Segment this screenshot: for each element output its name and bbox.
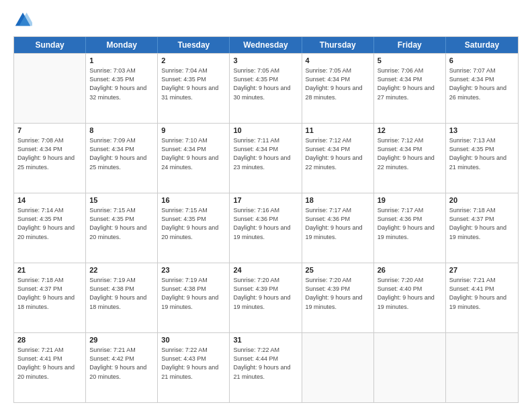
calendar-cell: 17Sunrise: 7:16 AMSunset: 4:36 PMDayligh… (230, 193, 302, 263)
day-number: 1 (89, 56, 154, 66)
cell-info: Sunrise: 7:20 AMSunset: 4:39 PMDaylight:… (233, 276, 298, 311)
cell-info: Sunrise: 7:12 AMSunset: 4:34 PMDaylight:… (306, 136, 370, 171)
cell-info: Sunrise: 7:20 AMSunset: 4:39 PMDaylight:… (306, 276, 370, 311)
cell-info: Sunrise: 7:12 AMSunset: 4:34 PMDaylight:… (378, 136, 442, 171)
calendar-cell: 23Sunrise: 7:19 AMSunset: 4:38 PMDayligh… (158, 263, 230, 332)
cell-info: Sunrise: 7:17 AMSunset: 4:36 PMDaylight:… (378, 206, 442, 241)
day-number: 2 (161, 56, 226, 66)
day-header-friday: Friday (374, 37, 446, 53)
calendar-cell: 25Sunrise: 7:20 AMSunset: 4:39 PMDayligh… (302, 263, 374, 332)
cell-info: Sunrise: 7:18 AMSunset: 4:37 PMDaylight:… (17, 276, 82, 311)
cell-info: Sunrise: 7:14 AMSunset: 4:35 PMDaylight:… (17, 206, 82, 241)
day-number: 17 (233, 195, 298, 205)
cell-info: Sunrise: 7:21 AMSunset: 4:41 PMDaylight:… (449, 276, 515, 311)
day-number: 31 (233, 335, 298, 345)
day-number: 25 (306, 265, 370, 275)
day-number: 12 (378, 126, 442, 136)
cell-info: Sunrise: 7:11 AMSunset: 4:34 PMDaylight:… (233, 136, 298, 171)
calendar-week-5: 28Sunrise: 7:21 AMSunset: 4:41 PMDayligh… (14, 332, 518, 402)
day-number: 21 (17, 265, 82, 275)
cell-info: Sunrise: 7:22 AMSunset: 4:43 PMDaylight:… (161, 346, 226, 381)
calendar-cell: 6Sunrise: 7:07 AMSunset: 4:34 PMDaylight… (446, 54, 518, 123)
calendar-cell: 11Sunrise: 7:12 AMSunset: 4:34 PMDayligh… (302, 124, 374, 193)
calendar-cell: 3Sunrise: 7:05 AMSunset: 4:35 PMDaylight… (230, 54, 302, 123)
cell-info: Sunrise: 7:21 AMSunset: 4:42 PMDaylight:… (89, 346, 154, 381)
calendar-cell: 14Sunrise: 7:14 AMSunset: 4:35 PMDayligh… (14, 193, 86, 263)
day-header-wednesday: Wednesday (230, 37, 302, 53)
calendar-cell: 27Sunrise: 7:21 AMSunset: 4:41 PMDayligh… (446, 263, 518, 332)
day-header-sunday: Sunday (14, 37, 86, 53)
day-number: 15 (89, 195, 154, 205)
cell-info: Sunrise: 7:07 AMSunset: 4:34 PMDaylight:… (449, 66, 515, 101)
calendar-cell: 22Sunrise: 7:19 AMSunset: 4:38 PMDayligh… (86, 263, 158, 332)
calendar-cell: 9Sunrise: 7:10 AMSunset: 4:34 PMDaylight… (158, 124, 230, 193)
day-number: 26 (378, 265, 442, 275)
day-number: 8 (89, 126, 154, 136)
cell-info: Sunrise: 7:08 AMSunset: 4:34 PMDaylight:… (17, 136, 82, 171)
day-number: 29 (89, 335, 154, 345)
day-number: 3 (233, 56, 298, 66)
calendar-cell: 28Sunrise: 7:21 AMSunset: 4:41 PMDayligh… (14, 333, 86, 402)
day-number: 4 (306, 56, 370, 66)
calendar-cell (446, 333, 518, 402)
calendar-cell: 21Sunrise: 7:18 AMSunset: 4:37 PMDayligh… (14, 263, 86, 332)
cell-info: Sunrise: 7:19 AMSunset: 4:38 PMDaylight:… (89, 276, 154, 311)
calendar-body: 1Sunrise: 7:03 AMSunset: 4:35 PMDaylight… (14, 53, 518, 402)
day-number: 27 (449, 265, 515, 275)
cell-info: Sunrise: 7:18 AMSunset: 4:37 PMDaylight:… (449, 206, 515, 241)
calendar-cell: 20Sunrise: 7:18 AMSunset: 4:37 PMDayligh… (446, 193, 518, 263)
cell-info: Sunrise: 7:15 AMSunset: 4:35 PMDaylight:… (89, 206, 154, 241)
day-number: 20 (449, 195, 515, 205)
calendar-cell: 1Sunrise: 7:03 AMSunset: 4:35 PMDaylight… (86, 54, 158, 123)
day-number: 22 (89, 265, 154, 275)
calendar-cell: 2Sunrise: 7:04 AMSunset: 4:35 PMDaylight… (158, 54, 230, 123)
cell-info: Sunrise: 7:09 AMSunset: 4:34 PMDaylight:… (89, 136, 154, 171)
cell-info: Sunrise: 7:19 AMSunset: 4:38 PMDaylight:… (161, 276, 226, 311)
calendar-cell: 29Sunrise: 7:21 AMSunset: 4:42 PMDayligh… (86, 333, 158, 402)
day-number: 16 (161, 195, 226, 205)
day-header-saturday: Saturday (446, 37, 518, 53)
cell-info: Sunrise: 7:10 AMSunset: 4:34 PMDaylight:… (161, 136, 226, 171)
cell-info: Sunrise: 7:16 AMSunset: 4:36 PMDaylight:… (233, 206, 298, 241)
day-number: 10 (233, 126, 298, 136)
calendar-week-4: 21Sunrise: 7:18 AMSunset: 4:37 PMDayligh… (14, 263, 518, 332)
calendar-week-1: 1Sunrise: 7:03 AMSunset: 4:35 PMDaylight… (14, 53, 518, 123)
calendar-cell (374, 333, 446, 402)
calendar-cell: 16Sunrise: 7:15 AMSunset: 4:35 PMDayligh… (158, 193, 230, 263)
header (13, 11, 519, 30)
day-number: 5 (378, 56, 442, 66)
day-number: 24 (233, 265, 298, 275)
calendar-week-3: 14Sunrise: 7:14 AMSunset: 4:35 PMDayligh… (14, 193, 518, 263)
cell-info: Sunrise: 7:21 AMSunset: 4:41 PMDaylight:… (17, 346, 82, 381)
logo-icon (13, 11, 32, 30)
day-number: 30 (161, 335, 226, 345)
day-number: 14 (17, 195, 82, 205)
day-number: 7 (17, 126, 82, 136)
calendar-cell: 5Sunrise: 7:06 AMSunset: 4:34 PMDaylight… (374, 54, 446, 123)
calendar-cell (14, 54, 86, 123)
day-header-tuesday: Tuesday (158, 37, 230, 53)
day-number: 11 (306, 126, 370, 136)
calendar-week-2: 7Sunrise: 7:08 AMSunset: 4:34 PMDaylight… (14, 123, 518, 193)
cell-info: Sunrise: 7:05 AMSunset: 4:35 PMDaylight:… (233, 66, 298, 101)
day-number: 18 (306, 195, 370, 205)
calendar-cell: 24Sunrise: 7:20 AMSunset: 4:39 PMDayligh… (230, 263, 302, 332)
calendar-cell: 13Sunrise: 7:13 AMSunset: 4:35 PMDayligh… (446, 124, 518, 193)
calendar-cell: 15Sunrise: 7:15 AMSunset: 4:35 PMDayligh… (86, 193, 158, 263)
cell-info: Sunrise: 7:17 AMSunset: 4:36 PMDaylight:… (306, 206, 370, 241)
day-number: 13 (449, 126, 515, 136)
cell-info: Sunrise: 7:06 AMSunset: 4:34 PMDaylight:… (378, 66, 442, 101)
calendar-cell: 10Sunrise: 7:11 AMSunset: 4:34 PMDayligh… (230, 124, 302, 193)
calendar-cell (302, 333, 374, 402)
cell-info: Sunrise: 7:20 AMSunset: 4:40 PMDaylight:… (378, 276, 442, 311)
cell-info: Sunrise: 7:04 AMSunset: 4:35 PMDaylight:… (161, 66, 226, 101)
page: SundayMondayTuesdayWednesdayThursdayFrid… (0, 0, 532, 411)
cell-info: Sunrise: 7:03 AMSunset: 4:35 PMDaylight:… (89, 66, 154, 101)
cell-info: Sunrise: 7:05 AMSunset: 4:34 PMDaylight:… (306, 66, 370, 101)
calendar-cell: 4Sunrise: 7:05 AMSunset: 4:34 PMDaylight… (302, 54, 374, 123)
calendar: SundayMondayTuesdayWednesdayThursdayFrid… (13, 36, 519, 403)
calendar-cell: 18Sunrise: 7:17 AMSunset: 4:36 PMDayligh… (302, 193, 374, 263)
calendar-cell: 7Sunrise: 7:08 AMSunset: 4:34 PMDaylight… (14, 124, 86, 193)
day-number: 23 (161, 265, 226, 275)
calendar-header-row: SundayMondayTuesdayWednesdayThursdayFrid… (14, 37, 518, 53)
